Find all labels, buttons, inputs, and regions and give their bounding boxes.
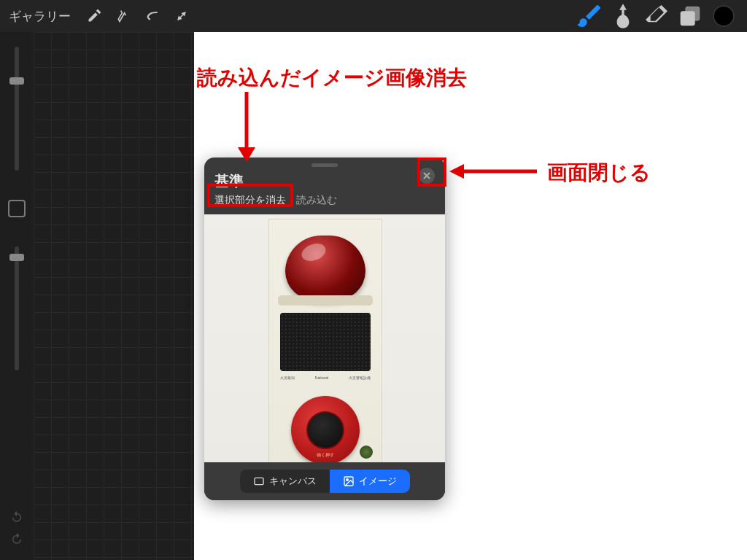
svg-rect-1 bbox=[685, 7, 700, 21]
redo-icon[interactable] bbox=[10, 532, 23, 545]
svg-point-4 bbox=[346, 479, 348, 481]
layers-icon[interactable] bbox=[676, 1, 705, 31]
adjustments-icon[interactable] bbox=[110, 3, 136, 29]
alarm-button: 強く押す bbox=[291, 396, 360, 462]
highlight-clear-selection bbox=[207, 184, 293, 207]
alarm-speaker bbox=[280, 313, 371, 371]
reference-image[interactable]: 火災報知National火災警報設備 強く押す bbox=[204, 214, 445, 462]
top-toolbar: ギャラリー bbox=[0, 0, 747, 32]
brush-size-slider[interactable] bbox=[15, 47, 19, 171]
actions-icon[interactable] bbox=[81, 3, 107, 29]
segment-canvas-button[interactable]: キャンバス bbox=[240, 470, 330, 493]
color-picker[interactable] bbox=[709, 1, 738, 31]
modify-button[interactable] bbox=[8, 200, 26, 217]
image-icon bbox=[343, 475, 355, 487]
reference-mode-segment: キャンバス イメージ bbox=[240, 470, 410, 493]
load-button[interactable]: 読み込む bbox=[296, 194, 337, 206]
smudge-icon[interactable] bbox=[608, 1, 638, 31]
svg-rect-2 bbox=[255, 478, 263, 484]
brush-opacity-slider[interactable] bbox=[15, 246, 19, 370]
segment-image-button[interactable]: イメージ bbox=[330, 470, 410, 493]
highlight-close-button bbox=[417, 158, 446, 187]
left-sidebar bbox=[0, 32, 34, 560]
reference-panel: 基準 選択部分を消去読み込む 火災報知National火災警報設備 強く押す キ… bbox=[204, 158, 445, 500]
drag-grip-icon[interactable] bbox=[311, 163, 338, 167]
eraser-icon[interactable] bbox=[642, 1, 671, 31]
brush-icon[interactable] bbox=[575, 1, 604, 31]
alarm-lamp bbox=[285, 236, 365, 301]
transform-icon[interactable] bbox=[169, 3, 195, 29]
gallery-button[interactable]: ギャラリー bbox=[9, 8, 71, 25]
selection-icon[interactable] bbox=[139, 3, 166, 29]
undo-icon[interactable] bbox=[10, 510, 23, 524]
canvas-icon bbox=[253, 475, 265, 487]
panel-footer: キャンバス イメージ bbox=[204, 462, 445, 500]
